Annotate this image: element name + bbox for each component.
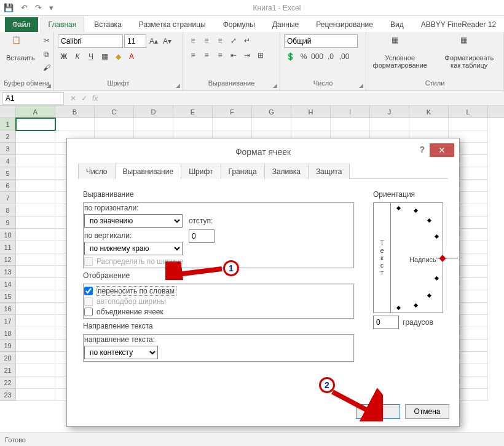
column-header[interactable]: L	[449, 106, 488, 117]
fx-icon[interactable]: fx	[92, 94, 98, 103]
cell[interactable]	[449, 118, 488, 130]
column-headers[interactable]: ABCDEFGHIJKL	[16, 106, 504, 118]
row-header[interactable]: 21	[0, 364, 15, 376]
row-header[interactable]: 10	[0, 229, 15, 241]
column-header[interactable]: K	[409, 106, 449, 117]
tab-abbyy[interactable]: ABBYY FineReader 12	[414, 17, 504, 32]
number-launcher-icon[interactable]: ◢	[359, 82, 363, 89]
tab-page-layout[interactable]: Разметка страницы	[132, 17, 213, 32]
row-header[interactable]: 9	[0, 217, 15, 229]
cell[interactable]	[16, 278, 55, 290]
italic-button[interactable]: К	[71, 50, 84, 63]
horiz-align-select[interactable]: по значению	[84, 214, 183, 228]
row-header[interactable]: 12	[0, 253, 15, 266]
orientation-dial[interactable]: Надпись	[391, 203, 443, 313]
decrease-decimal-icon[interactable]: ,00	[338, 50, 350, 63]
dialog-tab-alignment[interactable]: Выравнивание	[115, 164, 182, 179]
save-icon[interactable]: 💾	[4, 3, 14, 12]
align-middle-icon[interactable]: ≡	[200, 34, 213, 47]
row-header[interactable]: 8	[0, 204, 15, 217]
cell[interactable]	[16, 253, 55, 266]
cell[interactable]	[252, 118, 291, 130]
cell[interactable]	[16, 241, 55, 253]
cell[interactable]	[16, 303, 55, 315]
wrap-text-checkbox[interactable]: переносить по словам	[84, 287, 353, 295]
row-header[interactable]: 19	[0, 340, 15, 352]
column-header[interactable]: H	[291, 106, 331, 117]
dialog-tab-protection[interactable]: Защита	[308, 164, 350, 179]
merge-cells-checkbox[interactable]: объединение ячеек	[84, 308, 353, 316]
row-header[interactable]: 2	[0, 130, 15, 143]
vert-align-select[interactable]: по нижнему краю	[84, 242, 183, 255]
thousands-icon[interactable]: 000	[311, 50, 323, 63]
tab-data[interactable]: Данные	[265, 17, 306, 32]
font-launcher-icon[interactable]: ◢	[176, 82, 180, 89]
decrease-indent-icon[interactable]: ⇤	[227, 49, 240, 62]
row-header[interactable]: 11	[0, 241, 15, 253]
row-header[interactable]: 16	[0, 303, 15, 315]
row-header[interactable]: 20	[0, 352, 15, 364]
column-header[interactable]: E	[173, 106, 213, 117]
alignment-launcher-icon[interactable]: ◢	[273, 82, 277, 89]
font-size-select[interactable]	[124, 34, 146, 48]
column-header[interactable]: B	[55, 106, 95, 117]
paste-button[interactable]: 📋 Вставить	[4, 34, 37, 63]
format-as-table-button[interactable]: ▦ Форматировать как таблицу	[438, 34, 500, 70]
dialog-help-icon[interactable]: ?	[419, 145, 425, 154]
cell[interactable]	[173, 118, 213, 130]
cell[interactable]	[16, 327, 55, 340]
number-format-select[interactable]	[284, 34, 358, 48]
increase-indent-icon[interactable]: ⇥	[241, 49, 253, 62]
underline-button[interactable]: Ч	[85, 50, 97, 63]
cell[interactable]	[409, 118, 449, 130]
row-header[interactable]: 17	[0, 315, 15, 327]
text-direction-select[interactable]: по контексту	[84, 346, 158, 359]
tab-home[interactable]: Главная	[41, 17, 85, 32]
dialog-tab-fill[interactable]: Заливка	[264, 164, 309, 179]
align-top-icon[interactable]: ≡	[187, 34, 199, 47]
format-painter-icon[interactable]: 🖌	[40, 62, 53, 74]
dialog-tab-number[interactable]: Число	[78, 164, 116, 179]
row-header[interactable]: 13	[0, 266, 15, 278]
increase-decimal-icon[interactable]: ,0	[325, 50, 337, 63]
row-header[interactable]: 15	[0, 290, 15, 303]
cell[interactable]	[16, 315, 55, 327]
cell[interactable]	[331, 118, 370, 130]
cell[interactable]	[55, 118, 95, 130]
align-left-icon[interactable]: ≡	[187, 49, 199, 62]
orientation-degrees-spin[interactable]	[373, 316, 399, 329]
row-header[interactable]: 14	[0, 278, 15, 290]
row-header[interactable]: 7	[0, 192, 15, 204]
align-right-icon[interactable]: ≡	[214, 49, 226, 62]
merge-icon[interactable]: ⊞	[254, 49, 267, 62]
row-headers[interactable]: 1234567891011121314151617181920212223	[0, 118, 16, 401]
align-center-icon[interactable]: ≡	[200, 49, 213, 62]
cancel-button[interactable]: Отмена	[405, 404, 449, 419]
dialog-close-button[interactable]: ✕	[430, 143, 454, 157]
enter-formula-icon[interactable]: ✓	[81, 94, 87, 103]
font-color-icon[interactable]: A	[125, 50, 138, 63]
tab-review[interactable]: Рецензирование	[309, 17, 380, 32]
cell[interactable]	[16, 192, 55, 204]
clipboard-launcher-icon[interactable]: ◢	[47, 82, 51, 89]
currency-icon[interactable]: 💲	[284, 50, 296, 63]
cell[interactable]	[16, 167, 55, 180]
cell[interactable]	[370, 118, 409, 130]
row-header[interactable]: 18	[0, 327, 15, 340]
orientation-handle-icon[interactable]	[439, 255, 446, 261]
conditional-formatting-button[interactable]: ▦ Условное форматирование	[370, 34, 430, 70]
column-header[interactable]: F	[213, 106, 252, 117]
qat-more-icon[interactable]: ▾	[49, 3, 53, 12]
tab-view[interactable]: Вид	[383, 17, 411, 32]
row-header[interactable]: 5	[0, 167, 15, 180]
select-all-corner[interactable]	[0, 106, 16, 118]
cell[interactable]	[16, 290, 55, 303]
fill-color-icon[interactable]: ◆	[112, 50, 124, 63]
name-box[interactable]	[2, 92, 64, 105]
row-header[interactable]: 3	[0, 143, 15, 155]
cell[interactable]	[291, 118, 331, 130]
row-header[interactable]: 1	[0, 118, 15, 130]
cell[interactable]	[16, 204, 55, 217]
row-header[interactable]: 22	[0, 376, 15, 389]
cell[interactable]	[95, 118, 134, 130]
